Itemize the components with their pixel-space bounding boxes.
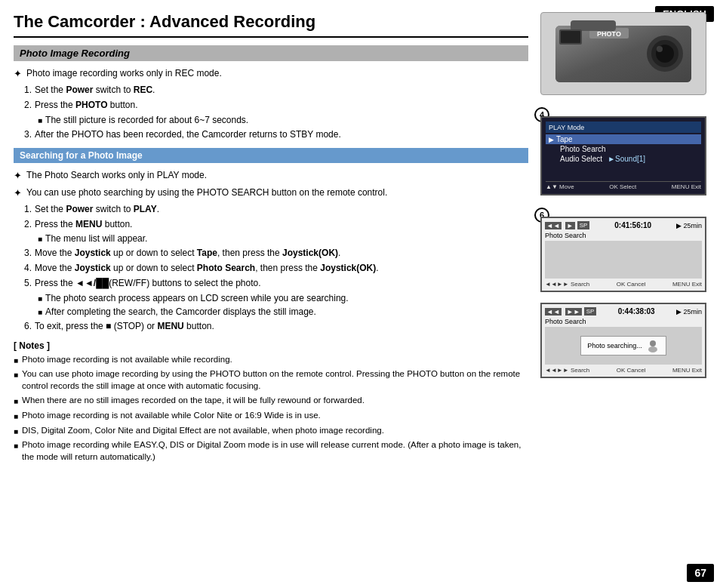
step2-4: 4. Move the Joystick up or down to selec… (24, 262, 528, 275)
note1: ■ Photo image recording is not available… (14, 354, 528, 366)
page-number: 67 (687, 564, 714, 582)
step1-1: 1. Set the Power switch to REC. (24, 84, 528, 97)
page-title: The Camcorder : Advanced Recording (14, 12, 528, 38)
notes-section: [ Notes ] ■ Photo image recording is not… (14, 340, 528, 463)
cross-icon: ✦ (14, 67, 22, 81)
svg-point-5 (657, 46, 663, 52)
note4: ■ Photo image recording is not available… (14, 410, 528, 422)
step2-5-sub2: ■ After completing the search, the Camco… (38, 306, 528, 319)
ps2-body: Photo searching... (545, 327, 702, 365)
note3: ■ When there are no still images recorde… (14, 395, 528, 407)
camera-section: PHOTO (540, 12, 706, 95)
menu-screen-section: 4 PLAY Mode ▶ Tape Photo Search Audio Se… (540, 106, 706, 195)
ps1-icons: ◄◄ ► SP (545, 221, 589, 229)
searching-overlay: Photo searching... (580, 336, 666, 356)
note2: ■ You can use photo image recording by u… (14, 368, 528, 392)
step2-2-sub: ■ The menu list will appear. (38, 232, 528, 245)
step1-2-sub: ■ The still picture is recorded for abou… (38, 114, 528, 127)
right-panel: PHOTO 4 PLAY Mode ▶ Tape (540, 12, 706, 466)
square-icon9: ■ (14, 426, 18, 437)
ps2-icons: ◄◄ ►► SP (545, 307, 596, 316)
ps1-remaining: ▶ 25min (676, 222, 702, 229)
menu-spacer (546, 164, 701, 179)
svg-text:PHOTO: PHOTO (597, 30, 621, 38)
section2-bullet2: ✦ You can use photo searching by using t… (14, 186, 528, 200)
notes-header: [ Notes ] (14, 340, 528, 351)
square-icon7: ■ (14, 396, 18, 407)
ps2-footer: ◄◄►► Search OK Cancel MENU Exit (545, 367, 702, 374)
note6: ■ Photo image recording while EASY.Q, DI… (14, 439, 528, 463)
section2-content: ✦ The Photo Search works only in PLAY mo… (14, 169, 528, 333)
photo-search-item: Photo Search (546, 144, 701, 154)
square-icon8: ■ (14, 411, 18, 422)
tape-item: ▶ Tape (546, 134, 701, 144)
left-content: The Camcorder : Advanced Recording Photo… (14, 12, 528, 466)
section1-steps: 1. Set the Power switch to REC. 2. Press… (24, 84, 528, 140)
svg-rect-8 (571, 20, 616, 31)
square-icon: ■ (38, 115, 42, 127)
square-icon6: ■ (14, 370, 18, 392)
ps2-top-bar: ◄◄ ►► SP 0:44:38:03 ▶ 25min (545, 307, 702, 316)
step2-2: 2. Press the MENU button. (24, 218, 528, 231)
menu-screen: PLAY Mode ▶ Tape Photo Search Audio Sele… (540, 116, 706, 195)
note5: ■ DIS, Digital Zoom, Color Nite and Digi… (14, 425, 528, 437)
square-icon5: ■ (14, 356, 18, 366)
cross-icon3: ✦ (14, 186, 22, 200)
photo-search-screen1: ◄◄ ► SP 0:41:56:10 ▶ 25min Photo Search … (540, 217, 706, 292)
audio-select-item: Audio Select ►Sound[1] (546, 154, 701, 164)
ps1-top-bar: ◄◄ ► SP 0:41:56:10 ▶ 25min (545, 221, 702, 229)
square-icon10: ■ (14, 441, 18, 463)
svg-point-12 (648, 346, 657, 352)
play-mode-label: PLAY Mode (549, 124, 584, 131)
section2-header: Searching for a Photo Image (14, 148, 528, 163)
ps1-body (545, 241, 702, 279)
photo-search-screen1-section: 6 ◄◄ ► SP 0:41:56:10 ▶ 25min Photo Searc… (540, 206, 706, 292)
cross-icon2: ✦ (14, 169, 22, 183)
square-icon4: ■ (38, 307, 42, 319)
ps1-time: 0:41:56:10 (614, 221, 651, 229)
ps2-remaining: ▶ 25min (676, 308, 702, 316)
step2-1: 1. Set the Power switch to PLAY. (24, 203, 528, 216)
step1-3: 3. After the PHOTO has been recorded, th… (24, 128, 528, 141)
step2-5: 5. Press the ◄◄/██(REW/FF) buttons to se… (24, 277, 528, 290)
svg-point-11 (650, 340, 656, 346)
step2-5-sub1: ■ The photo search process appears on LC… (38, 292, 528, 305)
camera-image: PHOTO (540, 12, 706, 95)
section2-steps: 1. Set the Power switch to PLAY. 2. Pres… (24, 203, 528, 333)
section1-bullet1: ✦ Photo image recording works only in RE… (14, 67, 528, 81)
sp-badge1: SP (577, 221, 590, 229)
step2-3: 3. Move the Joystick up or down to selec… (24, 247, 528, 260)
step2-6: 6. To exit, press the ■ (STOP) or MENU b… (24, 320, 528, 333)
ps2-time: 0:44:38:03 (618, 307, 655, 316)
ps1-footer: ◄◄►► Search OK Cancel MENU Exit (545, 281, 702, 288)
ps1-label: Photo Search (545, 232, 702, 239)
ps2-label: Photo Search (545, 318, 702, 325)
svg-rect-10 (561, 31, 580, 43)
camera-svg: PHOTO (548, 14, 699, 94)
section2-bullet1: ✦ The Photo Search works only in PLAY mo… (14, 169, 528, 183)
section1-content: ✦ Photo image recording works only in RE… (14, 67, 528, 140)
square-icon3: ■ (38, 294, 42, 305)
step1-2: 2. Press the PHOTO button. (24, 99, 528, 112)
search-person-icon (646, 339, 660, 352)
sp-badge2: SP (584, 307, 597, 316)
photo-search-screen2-section: ◄◄ ►► SP 0:44:38:03 ▶ 25min Photo Search… (540, 300, 706, 378)
section1-header: Photo Image Recording (14, 45, 528, 61)
menu-footer: ▲▼ Move OK Select MENU Exit (546, 181, 701, 190)
photo-search-screen2: ◄◄ ►► SP 0:44:38:03 ▶ 25min Photo Search… (540, 303, 706, 378)
square-icon2: ■ (38, 234, 42, 245)
play-icon: ▶ (549, 136, 554, 143)
